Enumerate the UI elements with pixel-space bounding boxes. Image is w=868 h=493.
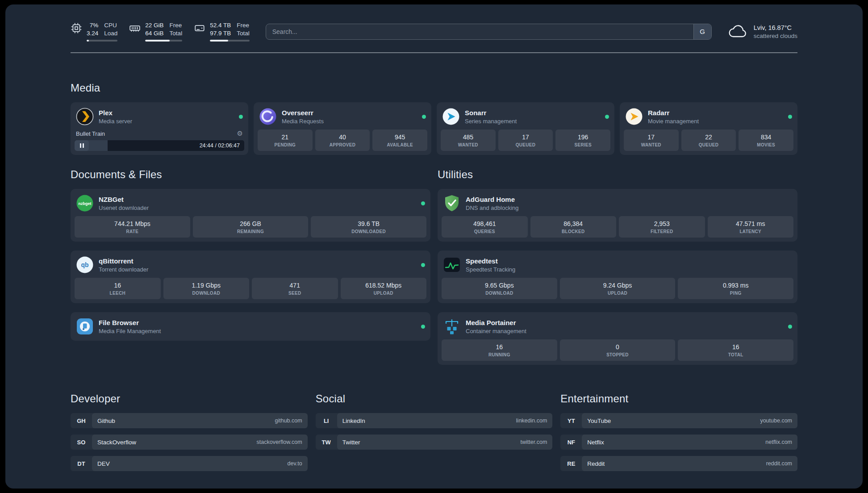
overseerr-header[interactable]: Overseerr Media Requests — [258, 106, 427, 130]
stat-seed: 471 SEED — [252, 278, 338, 299]
service-description: Movie management — [648, 118, 699, 125]
section-title-utilities: Utilities — [438, 168, 797, 181]
stat-value: 0.993 ms — [680, 282, 792, 289]
service-name: Sonarr — [465, 109, 517, 117]
stat-value: 485 — [442, 134, 494, 141]
stat-value: 1.19 Gbps — [165, 282, 248, 289]
memory-progress-track — [145, 40, 182, 42]
status-dot — [788, 115, 792, 119]
adguard-header[interactable]: AdGuard Home DNS and adblocking — [442, 193, 793, 216]
nzbget-header[interactable]: nzbget NZBGet Usenet downloader — [75, 193, 426, 216]
disk-progress-track — [210, 40, 250, 42]
bookmark-dev[interactable]: DT DEV dev.to — [71, 456, 308, 471]
stat-label: PING — [680, 291, 792, 296]
stat-value: 196 — [557, 134, 609, 141]
stat-label: SEED — [254, 291, 336, 296]
playback-progress-bar[interactable]: 24:44 / 02:06:47 — [75, 140, 244, 151]
entertainment-section: Entertainment YT YouTube youtube.com NF … — [560, 393, 797, 477]
cpu-usage-value: 7% — [90, 21, 99, 29]
stat-label: APPROVED — [317, 142, 368, 147]
portainer-header[interactable]: Media Portainer Container management — [442, 316, 793, 339]
bookmark-netflix[interactable]: NF Netflix netflix.com — [560, 435, 797, 450]
bookmark-abbr: LI — [316, 413, 337, 428]
stat-label: RUNNING — [443, 352, 555, 357]
bookmark-reddit[interactable]: RE Reddit reddit.com — [560, 456, 797, 471]
bookmark-abbr: YT — [560, 413, 582, 428]
service-description: Series management — [465, 118, 517, 125]
search-input[interactable] — [266, 24, 693, 39]
stat-wanted: 485 WANTED — [441, 130, 496, 151]
overseerr-card: Overseerr Media Requests 21 PENDING 40 A… — [254, 102, 431, 155]
service-description: Usenet downloader — [99, 205, 149, 211]
stat-label: QUEUED — [683, 142, 734, 147]
service-name: NZBGet — [99, 196, 149, 203]
cpu-icon — [71, 22, 82, 34]
cpu-progress-track — [87, 40, 117, 42]
radarr-header[interactable]: Radarr Movie management — [624, 106, 793, 130]
weather-location: Lviv, 16.87°C — [754, 24, 797, 31]
bookmark-abbr: DT — [71, 456, 92, 471]
stat-label: LATENCY — [709, 229, 792, 234]
bookmark-name: Netflix — [587, 439, 604, 446]
dashboard-page: 7% 3.24 CPU Load 22 GiB — [5, 4, 863, 489]
bookmark-url: twitter.com — [521, 439, 547, 445]
service-description: DNS and adblocking — [466, 205, 519, 211]
bookmark-youtube[interactable]: YT YouTube youtube.com — [560, 413, 797, 428]
bookmark-name: Github — [97, 418, 115, 424]
bookmark-twitter[interactable]: TW Twitter twitter.com — [316, 435, 553, 450]
stat-label: BLOCKED — [532, 229, 615, 234]
pause-button[interactable] — [75, 140, 89, 151]
filebrowser-header[interactable]: File Browser Media File Management — [75, 316, 426, 337]
bookmark-stackoverflow[interactable]: SO StackOverflow stackoverflow.com — [71, 435, 308, 450]
service-name: Speedtest — [466, 257, 515, 265]
filebrowser-card: File Browser Media File Management — [71, 312, 430, 341]
plex-now-playing-widget: Bullet Train ⚙ 24:44 / 02:06:47 — [75, 130, 244, 151]
qbittorrent-icon: qb — [76, 256, 94, 274]
developer-section: Developer GH Github github.com SO StackO… — [71, 393, 308, 477]
section-title-entertainment: Entertainment — [560, 393, 797, 405]
search-provider-button[interactable]: G — [693, 24, 711, 39]
stat-download: 1.19 Gbps DOWNLOAD — [163, 278, 250, 299]
radarr-card: Radarr Movie management 17 WANTED 22 QUE… — [620, 102, 797, 155]
bookmark-url: linkedin.com — [516, 418, 547, 424]
service-name: File Browser — [99, 319, 161, 326]
stat-value: 498,461 — [443, 220, 526, 227]
stat-value: 17 — [626, 134, 677, 141]
stat-value: 9.65 Gbps — [443, 282, 555, 289]
speedtest-card: Speedtest Speedtest Tracking 9.65 Gbps D… — [438, 251, 797, 303]
stat-upload: 9.24 Gbps UPLOAD — [560, 278, 676, 299]
stat-approved: 40 APPROVED — [315, 130, 370, 151]
stat-available: 945 AVAILABLE — [372, 130, 427, 151]
bookmark-github[interactable]: GH Github github.com — [71, 413, 308, 428]
stat-value: 471 — [254, 282, 336, 289]
stat-label: AVAILABLE — [374, 142, 426, 147]
cpu-progress-fill — [87, 40, 89, 42]
utilities-section: Utilities AdGuard Home DNS and adblockin… — [438, 168, 797, 374]
stat-blocked: 86,384 BLOCKED — [530, 216, 617, 238]
adguard-icon — [443, 194, 461, 212]
svg-text:qb: qb — [81, 261, 88, 268]
status-dot — [422, 115, 426, 119]
nzbget-icon: nzbget — [76, 194, 94, 212]
stat-value: 16 — [680, 343, 792, 351]
speedtest-header[interactable]: Speedtest Speedtest Tracking — [442, 255, 793, 278]
section-title-documents: Documents & Files — [71, 168, 430, 181]
disk-progress-fill — [210, 40, 228, 42]
bookmark-url: youtube.com — [760, 418, 792, 424]
stat-label: RATE — [76, 229, 188, 234]
bookmark-linkedin[interactable]: LI LinkedIn linkedin.com — [316, 413, 553, 428]
weather-condition: scattered clouds — [754, 33, 797, 39]
bookmark-url: github.com — [275, 418, 302, 424]
memory-free-label: Free — [170, 21, 183, 29]
stat-series: 196 SERIES — [555, 130, 610, 151]
stat-label: STOPPED — [562, 352, 674, 357]
section-title-media: Media — [71, 82, 797, 94]
stat-value: 47.571 ms — [709, 220, 792, 227]
radarr-icon — [625, 108, 643, 125]
stat-movies: 834 MOVIES — [739, 130, 793, 151]
qbittorrent-header[interactable]: qb qBittorrent Torrent downloader — [75, 255, 426, 278]
plex-header[interactable]: Plex Media server — [75, 106, 244, 130]
sonarr-header[interactable]: Sonarr Series management — [441, 106, 610, 130]
gear-icon[interactable]: ⚙ — [237, 130, 243, 138]
stat-value: 16 — [443, 343, 555, 351]
